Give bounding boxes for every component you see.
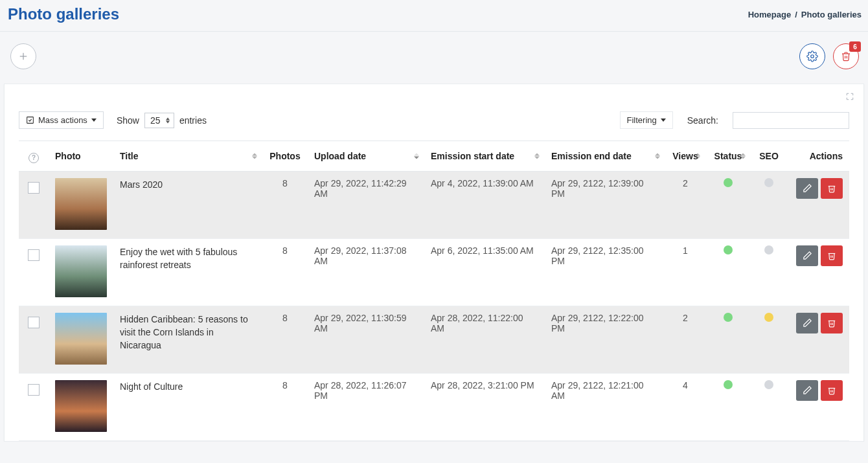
row-checkbox[interactable]: [28, 317, 40, 328]
fullscreen-icon[interactable]: [845, 92, 854, 101]
mass-actions-button[interactable]: Mass actions: [19, 111, 104, 129]
page-header: Photo galleries Homepage / Photo galleri…: [0, 0, 868, 32]
trash-badge: 6: [849, 41, 861, 52]
col-seo: SEO: [751, 141, 787, 172]
delete-button[interactable]: [821, 245, 843, 266]
row-upload-date: Apr 29, 2022, 11:37:08 AM: [308, 238, 424, 306]
col-start[interactable]: Emission start date: [424, 141, 545, 172]
row-checkbox[interactable]: [28, 384, 40, 396]
row-end-date: Apr 29, 2122, 12:35:00 PM: [545, 238, 665, 306]
seo-dot: [764, 380, 773, 389]
page-title: Photo galleries: [8, 5, 119, 23]
seo-dot: [764, 178, 773, 187]
table-row: Hidden Caribbean: 5 reasons to visit the…: [19, 306, 849, 373]
filtering-button[interactable]: Filtering: [620, 111, 673, 129]
col-status[interactable]: Status: [705, 141, 751, 172]
row-start-date: Apr 28, 2022, 11:22:00 AM: [424, 306, 545, 373]
mass-actions-label: Mass actions: [38, 115, 87, 125]
row-photo-count: 8: [262, 373, 308, 440]
row-photo-count: 8: [262, 238, 308, 306]
row-thumbnail[interactable]: [55, 380, 107, 432]
delete-button[interactable]: [821, 313, 843, 333]
row-title[interactable]: Enjoy the wet with 5 fabulous rainforest…: [113, 238, 262, 306]
delete-button[interactable]: [821, 178, 843, 199]
col-views[interactable]: Views: [665, 141, 705, 172]
trash-button[interactable]: 6: [833, 43, 859, 69]
row-title[interactable]: Hidden Caribbean: 5 reasons to visit the…: [113, 306, 262, 373]
row-views: 2: [665, 171, 705, 238]
caret-down-icon: [661, 119, 666, 122]
plus-icon: [17, 51, 29, 62]
seo-dot: [764, 313, 773, 322]
page-toolbar: 6: [0, 32, 868, 84]
row-views: 1: [665, 238, 705, 306]
delete-button[interactable]: [821, 380, 843, 401]
row-upload-date: Apr 28, 2022, 11:26:07 PM: [308, 373, 424, 440]
breadcrumb: Homepage / Photo galleries: [748, 10, 862, 19]
col-actions: Actions: [787, 141, 849, 172]
search-input[interactable]: [733, 112, 849, 129]
edit-button[interactable]: [796, 313, 818, 333]
gear-icon: [806, 51, 818, 62]
filtering-label: Filtering: [627, 115, 657, 125]
trash-icon: [841, 51, 851, 62]
content-panel: Mass actions Show 25 entries Filtering S…: [4, 84, 864, 442]
row-start-date: Apr 28, 2022, 3:21:00 PM: [424, 373, 545, 440]
table-row: Enjoy the wet with 5 fabulous rainforest…: [19, 238, 849, 306]
seo-dot: [764, 245, 773, 254]
row-end-date: Apr 29, 2122, 12:21:00 AM: [545, 373, 665, 440]
galleries-table: ? Photo Title Photos Upload date Emissio…: [19, 141, 849, 441]
table-controls: Mass actions Show 25 entries Filtering S…: [5, 105, 863, 135]
check-square-icon: [26, 116, 34, 124]
status-dot: [724, 245, 733, 254]
entries-label: entries: [179, 115, 207, 126]
svg-rect-3: [27, 117, 34, 124]
row-views: 4: [665, 373, 705, 440]
row-title[interactable]: Night of Culture: [113, 373, 262, 440]
row-end-date: Apr 29, 2122, 12:22:00 PM: [545, 306, 665, 373]
select-caret-icon: [166, 117, 170, 123]
table-row: Night of Culture8Apr 28, 2022, 11:26:07 …: [19, 373, 849, 440]
row-upload-date: Apr 29, 2022, 11:42:29 AM: [308, 171, 424, 238]
row-thumbnail[interactable]: [55, 178, 107, 230]
row-thumbnail[interactable]: [55, 245, 107, 297]
breadcrumb-separator: /: [795, 10, 797, 19]
row-photo-count: 8: [262, 171, 308, 238]
edit-button[interactable]: [796, 380, 818, 401]
show-label: Show: [117, 115, 139, 126]
row-thumbnail[interactable]: [55, 313, 107, 365]
col-photos: Photos: [262, 141, 308, 172]
row-photo-count: 8: [262, 306, 308, 373]
help-icon[interactable]: ?: [29, 153, 39, 163]
row-checkbox[interactable]: [28, 182, 40, 194]
page-size-select[interactable]: 25: [144, 113, 174, 128]
search-label: Search:: [687, 115, 718, 126]
add-button[interactable]: [10, 43, 36, 69]
status-dot: [724, 178, 733, 187]
page-size-value: 25: [150, 115, 161, 126]
status-dot: [724, 380, 733, 389]
edit-button[interactable]: [796, 245, 818, 266]
row-upload-date: Apr 29, 2022, 11:30:59 AM: [308, 306, 424, 373]
row-views: 2: [665, 306, 705, 373]
settings-button[interactable]: [799, 43, 825, 69]
status-dot: [724, 313, 733, 322]
col-title[interactable]: Title: [113, 141, 262, 172]
col-photo: Photo: [49, 141, 113, 172]
row-end-date: Apr 29, 2122, 12:39:00 PM: [545, 171, 665, 238]
breadcrumb-home[interactable]: Homepage: [748, 10, 791, 19]
col-upload[interactable]: Upload date: [308, 141, 424, 172]
row-title[interactable]: Mars 2020: [113, 171, 262, 238]
breadcrumb-current: Photo galleries: [801, 10, 862, 19]
row-start-date: Apr 4, 2022, 11:39:00 AM: [424, 171, 545, 238]
svg-point-2: [811, 55, 814, 58]
col-end[interactable]: Emission end date: [545, 141, 665, 172]
caret-down-icon: [91, 119, 97, 122]
edit-button[interactable]: [796, 178, 818, 199]
row-checkbox[interactable]: [28, 249, 40, 261]
row-start-date: Apr 6, 2022, 11:35:00 AM: [424, 238, 545, 306]
table-row: Mars 20208Apr 29, 2022, 11:42:29 AMApr 4…: [19, 171, 849, 238]
